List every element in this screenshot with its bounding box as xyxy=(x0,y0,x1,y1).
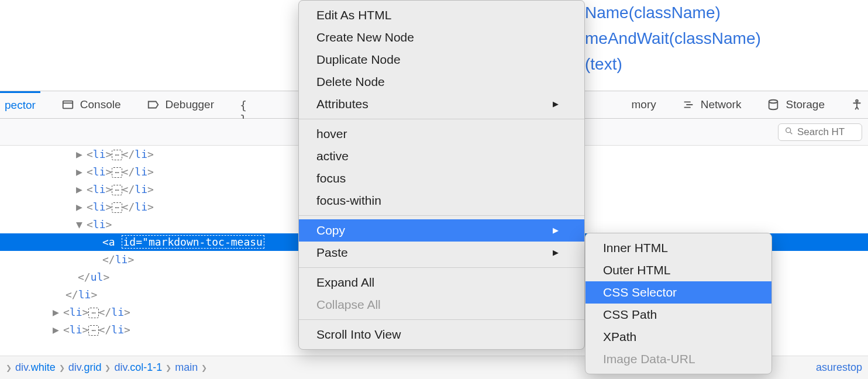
ellipsis-badge[interactable]: ⋯ xyxy=(112,167,122,178)
menu-hover[interactable]: hover xyxy=(299,123,584,145)
svg-point-1 xyxy=(769,100,778,104)
svg-point-3 xyxy=(786,128,791,133)
submenu-image-data-url: Image Data-URL xyxy=(585,348,771,370)
menu-separator xyxy=(299,119,584,119)
tab-inspector[interactable]: pector xyxy=(0,91,40,118)
twisty-icon[interactable]: ▶ xyxy=(53,304,61,321)
api-link-1[interactable]: Name(className) xyxy=(585,0,868,26)
context-menu: Edit As HTML Create New Node Duplicate N… xyxy=(298,0,585,350)
crumb-3[interactable]: div.col-1-1 xyxy=(114,361,162,374)
submenu-inner-html[interactable]: Inner HTML xyxy=(585,237,771,259)
tab-console[interactable]: Console xyxy=(57,91,126,118)
storage-icon xyxy=(767,98,780,111)
api-link-3[interactable]: (text) xyxy=(585,51,868,77)
twisty-icon[interactable]: ▶ xyxy=(76,163,84,181)
tab-storage[interactable]: Storage xyxy=(762,91,829,118)
submenu-xpath[interactable]: XPath xyxy=(585,326,771,348)
ellipsis-badge[interactable]: ⋯ xyxy=(88,308,98,318)
tab-debugger[interactable]: Debugger xyxy=(142,91,219,118)
ellipsis-badge[interactable]: ⋯ xyxy=(112,150,122,160)
menu-copy[interactable]: Copy▶ xyxy=(299,219,584,242)
submenu-arrow-icon: ▶ xyxy=(553,95,559,113)
menu-separator xyxy=(299,215,584,216)
svg-rect-0 xyxy=(63,101,73,109)
menu-edit-as-html[interactable]: Edit As HTML xyxy=(299,4,584,26)
menu-separator xyxy=(299,267,584,268)
submenu-arrow-icon: ▶ xyxy=(553,244,559,261)
menu-focus-within[interactable]: focus-within xyxy=(299,190,584,212)
search-input[interactable] xyxy=(797,126,856,138)
chevron-right-icon: ❯ xyxy=(6,364,12,372)
network-icon xyxy=(682,98,695,111)
submenu-css-path[interactable]: CSS Path xyxy=(585,304,771,326)
submenu-outer-html[interactable]: Outer HTML xyxy=(585,259,771,281)
tab-accessibility[interactable] xyxy=(846,91,868,118)
accessibility-icon xyxy=(850,98,863,111)
menu-paste[interactable]: Paste▶ xyxy=(299,242,584,264)
debugger-icon xyxy=(147,98,160,111)
menu-separator xyxy=(299,319,584,320)
tab-memory[interactable]: mory xyxy=(627,91,661,118)
search-icon xyxy=(784,126,794,137)
tab-network-label: Network xyxy=(701,98,742,111)
attr-highlight: id="markdown-toc-measu xyxy=(122,235,264,249)
crumb-1[interactable]: div.white xyxy=(15,361,56,374)
twisty-icon[interactable]: ▶ xyxy=(76,198,84,216)
tab-storage-label: Storage xyxy=(786,98,825,111)
submenu-arrow-icon: ▶ xyxy=(553,222,559,239)
style-editor-icon: { } xyxy=(240,98,253,111)
menu-duplicate-node[interactable]: Duplicate Node xyxy=(299,49,584,71)
ellipsis-badge[interactable]: ⋯ xyxy=(112,202,122,213)
menu-expand-all[interactable]: Expand All xyxy=(299,271,584,294)
tab-inspector-label: pector xyxy=(5,99,36,112)
console-icon xyxy=(61,98,74,111)
tab-debugger-label: Debugger xyxy=(166,98,214,111)
menu-create-new-node[interactable]: Create New Node xyxy=(299,26,584,49)
twisty-icon[interactable]: ▶ xyxy=(53,321,61,339)
twisty-icon[interactable]: ▶ xyxy=(76,181,84,198)
menu-focus[interactable]: focus xyxy=(299,167,584,190)
menu-scroll-into-view[interactable]: Scroll Into View xyxy=(299,323,584,346)
chevron-right-icon: ❯ xyxy=(59,364,65,372)
tab-network[interactable]: Network xyxy=(677,91,746,118)
ellipsis-badge[interactable]: ⋯ xyxy=(88,325,98,336)
menu-attributes[interactable]: Attributes▶ xyxy=(299,93,584,115)
chevron-right-icon: ❯ xyxy=(166,364,171,372)
api-link-2[interactable]: meAndWait(className) xyxy=(585,26,868,51)
tab-style-editor[interactable]: { } xyxy=(235,91,257,118)
crumb-4[interactable]: main xyxy=(175,361,198,374)
tab-console-label: Console xyxy=(80,98,121,111)
tab-memory-label: mory xyxy=(632,98,656,111)
crumb-2[interactable]: div.grid xyxy=(68,361,102,374)
submenu-css-selector[interactable]: CSS Selector xyxy=(585,281,771,304)
menu-active[interactable]: active xyxy=(299,145,584,167)
crumb-right[interactable]: asurestop xyxy=(816,361,862,374)
ellipsis-badge[interactable]: ⋯ xyxy=(112,185,122,195)
twisty-down-icon[interactable]: ▼ xyxy=(76,216,84,233)
menu-collapse-all: Collapse All xyxy=(299,294,584,316)
menu-delete-node[interactable]: Delete Node xyxy=(299,71,584,93)
chevron-right-icon: ❯ xyxy=(105,364,111,372)
twisty-icon[interactable]: ▶ xyxy=(76,146,84,163)
copy-submenu: Inner HTML Outer HTML CSS Selector CSS P… xyxy=(585,233,772,374)
search-html-wrap[interactable] xyxy=(778,123,862,141)
svg-point-2 xyxy=(856,100,858,102)
chevron-right-icon: ❯ xyxy=(201,364,207,372)
